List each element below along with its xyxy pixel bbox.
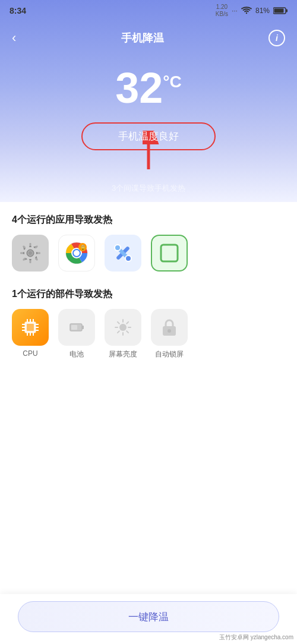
components-section-title: 1个运行的部件导致发热 [12, 288, 285, 301]
svg-rect-8 [30, 243, 31, 246]
svg-rect-14 [23, 245, 26, 249]
battery-label: 电池 [69, 349, 84, 359]
svg-rect-2 [274, 9, 284, 13]
svg-rect-44 [71, 325, 77, 330]
temperature-display: 32 °C [115, 67, 182, 109]
app-icon-settings[interactable] [12, 235, 49, 272]
brightness-label: 屏幕亮度 [109, 349, 137, 359]
autolock-label: 自动锁屏 [155, 349, 184, 359]
main-content: 4个运行的应用导致发热 [0, 202, 297, 644]
status-button-wrapper: 手机温度良好 [81, 122, 216, 150]
cpu-label: CPU [23, 349, 37, 358]
status-dots: ··· [232, 7, 238, 15]
svg-point-25 [115, 245, 121, 251]
component-brightness[interactable]: 屏幕亮度 [105, 309, 141, 359]
watermark: 玉竹安卓网 yzlangecha.com [217, 632, 296, 643]
tools-icon [112, 242, 134, 264]
page-title: 手机降温 [121, 31, 164, 45]
svg-line-50 [118, 322, 119, 324]
svg-rect-15 [34, 257, 38, 261]
component-icons-row: CPU 电池 [12, 309, 285, 359]
component-cpu[interactable]: CPU [12, 309, 49, 359]
back-button[interactable]: ‹ [12, 30, 16, 46]
status-time: 8:34 [10, 6, 26, 15]
lock-icon [151, 309, 188, 346]
component-autolock[interactable]: 自动锁屏 [151, 309, 188, 359]
battery-component-icon [58, 309, 95, 346]
svg-rect-1 [286, 10, 288, 12]
status-right: 1.20KB/s ··· 81% [216, 4, 287, 18]
svg-rect-29 [27, 324, 34, 331]
temperature-value: 32 [115, 67, 163, 109]
svg-point-7 [29, 251, 32, 255]
svg-rect-9 [30, 260, 31, 263]
svg-rect-13 [23, 257, 26, 261]
battery-inactive-icon [68, 318, 86, 336]
svg-point-45 [119, 324, 127, 331]
status-button[interactable]: 手机温度良好 [81, 122, 216, 150]
svg-point-26 [125, 255, 131, 261]
svg-rect-27 [161, 245, 178, 261]
svg-text:🔒: 🔒 [80, 244, 87, 251]
nav-bar: ‹ 手机降温 i [0, 21, 297, 55]
battery-percent: 81% [255, 7, 270, 15]
cpu-icon [12, 309, 49, 346]
sub-text: 3个间谍导致手机发热 [112, 183, 185, 194]
cool-down-button[interactable]: 一键降温 [18, 601, 279, 632]
svg-line-52 [118, 331, 119, 333]
lock-inactive-icon [161, 318, 178, 337]
svg-line-51 [127, 331, 128, 333]
settings-gear-icon [20, 242, 41, 264]
sun-icon [113, 318, 132, 337]
info-button[interactable]: i [268, 30, 285, 46]
app-icons-row: 🔒 [12, 235, 285, 272]
green-square-icon [159, 242, 180, 264]
top-gradient-area: ‹ 手机降温 i 32 °C 手机温度良好 3个间谍导致手机发热 [0, 0, 297, 202]
svg-line-53 [127, 322, 128, 324]
svg-point-20 [74, 250, 80, 256]
app-icon-chrome[interactable]: 🔒 [58, 235, 95, 272]
components-section: 1个运行的部件导致发热 [12, 288, 285, 359]
component-battery[interactable]: 电池 [58, 309, 95, 359]
app-icon-green[interactable] [151, 235, 188, 272]
network-speed: 1.20KB/s [216, 4, 228, 18]
apps-section: 4个运行的应用导致发热 [12, 214, 285, 272]
app-icon-tools[interactable] [105, 235, 141, 272]
svg-rect-11 [37, 252, 40, 254]
svg-rect-12 [34, 245, 38, 249]
svg-rect-10 [20, 252, 23, 254]
apps-section-title: 4个运行的应用导致发热 [12, 214, 285, 226]
battery-icon [273, 7, 287, 14]
status-bar: 8:34 1.20KB/s ··· 81% [0, 0, 297, 21]
svg-point-55 [168, 329, 171, 333]
svg-rect-43 [82, 326, 84, 329]
chrome-icon: 🔒 [65, 241, 89, 265]
wifi-icon [241, 7, 252, 15]
brightness-icon [105, 309, 141, 346]
cpu-chip-icon [20, 317, 40, 337]
temperature-unit: °C [163, 72, 181, 91]
